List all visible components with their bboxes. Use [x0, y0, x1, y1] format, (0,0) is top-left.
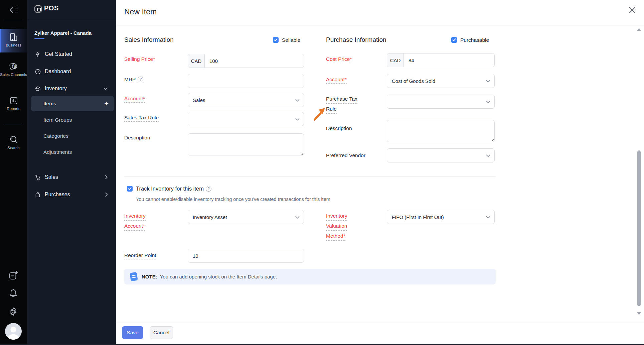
scrollbar-up-arrow[interactable] — [637, 28, 641, 31]
rail-item-label: Reports — [7, 107, 20, 111]
selling-price-label: Selling Price* — [124, 56, 155, 63]
help-icon[interactable]: ? — [206, 186, 211, 192]
purchase-account-select[interactable]: Cost of Goods Sold — [387, 74, 495, 88]
sidebar-divider — [27, 21, 116, 21]
note-prefix: NOTE: — [142, 274, 157, 279]
rail-item-business[interactable]: Business — [0, 32, 27, 47]
rail-item-label: Search — [7, 146, 19, 150]
rail-item-search[interactable]: Search — [0, 134, 27, 150]
settings-gear-icon[interactable] — [8, 307, 18, 317]
purchasable-checkbox[interactable] — [451, 37, 457, 43]
sales-tax-rule-label: Sales Tax Rule — [124, 114, 159, 121]
sidebar-item-categories[interactable]: Categories — [43, 133, 68, 139]
pos-logo-text: POS — [44, 4, 59, 12]
purchase-account-label: Account* — [326, 76, 347, 83]
help-icon[interactable]: ? — [138, 77, 143, 82]
shopping-cart-icon — [35, 174, 41, 181]
sellable-checkbox[interactable] — [273, 37, 279, 43]
chevron-down-icon — [295, 118, 300, 121]
chevron-down-icon — [295, 99, 300, 102]
note-text: You can add opening stock on the Item De… — [160, 274, 277, 279]
sidebar-item-label: Sales — [45, 174, 58, 180]
collapse-sidebar-icon[interactable] — [9, 5, 19, 15]
purchase-description-textarea[interactable] — [387, 120, 495, 142]
add-item-plus-icon[interactable]: + — [104, 100, 109, 107]
svg-text:$: $ — [13, 64, 16, 68]
reorder-point-input[interactable] — [188, 249, 304, 263]
rail-item-reports[interactable]: Reports — [0, 96, 27, 111]
track-inventory-checkbox[interactable] — [127, 186, 133, 192]
purchase-information-title: Purchase Information — [326, 36, 386, 43]
shopping-bag-icon — [35, 192, 41, 198]
rail-item-label: Sales Channels — [0, 73, 27, 77]
org-name[interactable]: Zylker Apparel - Canada — [34, 30, 92, 36]
sidebar-item-label: Dashboard — [45, 69, 71, 75]
panel-footer: Save Cancel — [116, 323, 644, 345]
search-icon — [0, 134, 27, 144]
sales-description-textarea[interactable] — [188, 133, 304, 155]
inventory-valuation-method-select[interactable]: FIFO (First In First Out) — [387, 210, 495, 224]
chevron-right-icon — [105, 192, 108, 197]
mrp-label: MRP? — [124, 76, 143, 83]
purchase-tax-rule-select[interactable] — [387, 95, 495, 109]
business-building-icon — [0, 32, 27, 42]
preferred-vendor-label: Preferred Vendor — [326, 152, 365, 159]
preferred-vendor-select[interactable] — [387, 148, 495, 162]
note-icon — [130, 272, 138, 281]
sidebar-item-sales[interactable]: Sales — [27, 171, 116, 183]
sellable-label: Sellable — [282, 37, 300, 43]
sales-tax-rule-select[interactable] — [188, 112, 304, 126]
inventory-account-select[interactable]: Inventory Asset — [188, 210, 304, 224]
panel-header: New Item — [116, 0, 644, 25]
notifications-bell-icon[interactable] — [8, 288, 18, 298]
cost-price-field: CAD — [387, 53, 495, 67]
pos-logo-icon — [34, 5, 43, 14]
sidebar-item-inventory[interactable]: Inventory — [27, 83, 116, 94]
chevron-down-icon — [486, 216, 490, 219]
add-contact-icon[interactable] — [8, 270, 19, 281]
scrollbar-down-arrow[interactable] — [637, 312, 641, 315]
currency-prefix: CAD — [188, 54, 205, 68]
sidebar-item-label: Get Started — [45, 51, 72, 57]
sidebar-item-label: Inventory — [45, 86, 67, 92]
rail-divider — [3, 124, 23, 124]
close-icon[interactable] — [628, 6, 637, 14]
sidebar-item-item-groups[interactable]: Item Groups — [43, 117, 72, 123]
selling-price-field: CAD — [188, 54, 304, 68]
rail-item-label: Business — [6, 43, 21, 47]
sidebar-item-dashboard[interactable]: Dashboard — [27, 66, 116, 77]
sales-information-title: Sales Information — [124, 36, 174, 43]
selling-price-input[interactable] — [205, 54, 304, 68]
sidebar-item-label: Purchases — [45, 192, 70, 198]
inventory-box-icon — [35, 86, 41, 92]
sidebar-item-purchases[interactable]: Purchases — [27, 189, 116, 200]
lightning-bolt-icon — [35, 51, 41, 58]
chevron-down-icon — [486, 101, 490, 103]
cancel-button[interactable]: Cancel — [150, 326, 173, 339]
rail-item-sales-channels[interactable]: $ Sales Channels — [0, 61, 27, 77]
new-item-panel: New Item Sales Information Sellable Sell… — [116, 0, 644, 345]
chevron-down-icon — [295, 216, 300, 219]
reports-chart-icon — [0, 96, 27, 105]
sales-account-select[interactable]: Sales — [188, 93, 304, 107]
section-divider — [124, 177, 496, 177]
note-banner: NOTE: You can add opening stock on the I… — [124, 269, 496, 284]
sidebar-item-adjustments[interactable]: Adjustments — [43, 149, 72, 155]
sales-description-label: Description — [124, 134, 150, 141]
cost-price-input[interactable] — [404, 53, 494, 67]
sidebar-item-items[interactable]: Items + — [31, 96, 114, 111]
dashboard-gauge-icon — [35, 69, 41, 75]
page-title: New Item — [124, 7, 157, 16]
purchase-tax-rule-label: Purchase Tax Rule — [326, 96, 376, 116]
save-button[interactable]: Save — [122, 326, 143, 339]
user-avatar[interactable] — [5, 323, 22, 340]
scrollbar-thumb[interactable] — [637, 150, 641, 306]
sales-account-label: Account* — [124, 95, 145, 102]
chevron-down-icon — [486, 154, 490, 157]
inventory-account-label: Inventory Account* — [124, 213, 171, 233]
sidebar-item-get-started[interactable]: Get Started — [27, 48, 116, 60]
icon-rail: Business $ Sales Channels Reports — [0, 0, 27, 345]
mrp-input[interactable] — [188, 74, 304, 88]
annotation-arrow-icon — [311, 104, 327, 121]
track-inventory-note: You cannot enable/disable inventory trac… — [136, 197, 330, 202]
